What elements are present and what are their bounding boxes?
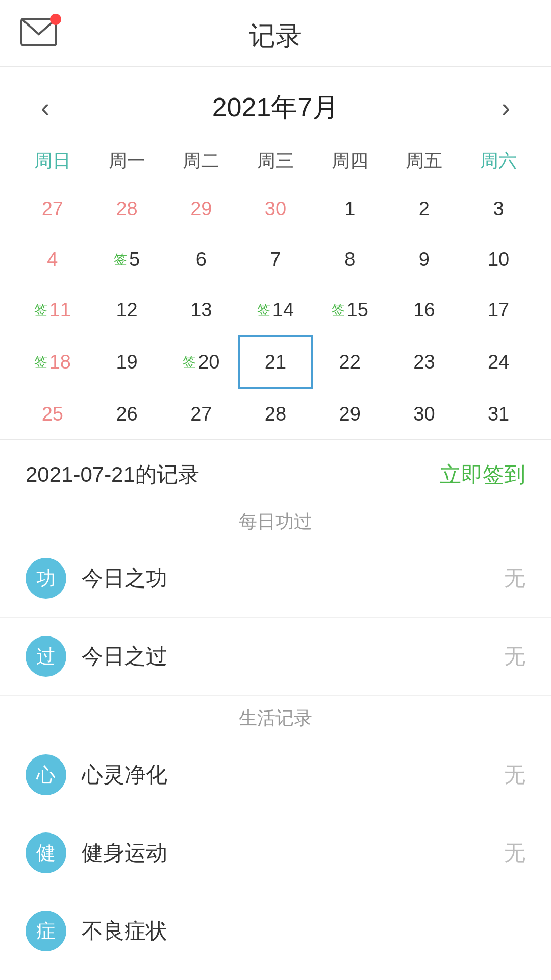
cal-cell-26[interactable]: 26 bbox=[90, 389, 164, 439]
day-header-fri: 周五 bbox=[387, 143, 462, 179]
record-item[interactable]: 功 今日之功 无 bbox=[0, 540, 551, 618]
life-section-label: 生活记录 bbox=[0, 696, 551, 736]
day-header-sat: 周六 bbox=[461, 143, 536, 179]
calendar-grid: 272829301234签5678910签111213签14签151617签18… bbox=[15, 184, 536, 439]
record-value: 无 bbox=[504, 564, 525, 593]
cal-cell-18[interactable]: 签18 bbox=[15, 335, 90, 389]
record-icon: 功 bbox=[26, 558, 66, 599]
cal-cell-1[interactable]: 1 bbox=[313, 184, 387, 234]
cal-cell-4[interactable]: 4 bbox=[15, 234, 90, 285]
cal-cell-25[interactable]: 25 bbox=[15, 389, 90, 439]
record-item[interactable]: 症 不良症状 bbox=[0, 892, 551, 970]
cal-cell-30[interactable]: 30 bbox=[387, 389, 462, 439]
day-header-wed: 周三 bbox=[238, 143, 313, 179]
cal-cell-28-other[interactable]: 28 bbox=[90, 184, 164, 234]
day-header-thu: 周四 bbox=[313, 143, 387, 179]
cal-cell-10[interactable]: 10 bbox=[461, 234, 536, 285]
record-section: 2021-07-21的记录 立即签到 每日功过 功 今日之功 无 过 今日之过 … bbox=[0, 440, 551, 970]
cal-cell-22[interactable]: 22 bbox=[313, 335, 387, 389]
record-name: 心灵净化 bbox=[82, 761, 504, 789]
cal-cell-2[interactable]: 2 bbox=[387, 184, 462, 234]
mail-icon-wrapper[interactable] bbox=[20, 18, 57, 48]
cal-cell-24[interactable]: 24 bbox=[461, 335, 536, 389]
cal-cell-7[interactable]: 7 bbox=[238, 234, 313, 285]
cal-cell-5[interactable]: 签5 bbox=[90, 234, 164, 285]
cal-cell-21[interactable]: 21 bbox=[238, 335, 313, 389]
prev-month-button[interactable]: ‹ bbox=[31, 87, 60, 128]
mail-badge bbox=[50, 14, 61, 25]
next-month-button[interactable]: › bbox=[491, 87, 520, 128]
cal-cell-29-other[interactable]: 29 bbox=[164, 184, 238, 234]
cal-cell-29[interactable]: 29 bbox=[313, 389, 387, 439]
record-header: 2021-07-21的记录 立即签到 bbox=[0, 440, 551, 499]
cal-cell-11[interactable]: 签11 bbox=[15, 285, 90, 335]
cal-cell-31[interactable]: 31 bbox=[461, 389, 536, 439]
record-name: 今日之过 bbox=[82, 642, 504, 671]
record-name: 不良症状 bbox=[82, 917, 525, 945]
day-header-mon: 周一 bbox=[90, 143, 164, 179]
record-value: 无 bbox=[504, 761, 525, 789]
cal-cell-23[interactable]: 23 bbox=[387, 335, 462, 389]
sign-now-button[interactable]: 立即签到 bbox=[440, 460, 525, 489]
cal-cell-8[interactable]: 8 bbox=[313, 234, 387, 285]
cal-cell-17[interactable]: 17 bbox=[461, 285, 536, 335]
cal-cell-15[interactable]: 签15 bbox=[313, 285, 387, 335]
record-item[interactable]: 健 健身运动 无 bbox=[0, 814, 551, 892]
cal-cell-16[interactable]: 16 bbox=[387, 285, 462, 335]
cal-cell-14[interactable]: 签14 bbox=[238, 285, 313, 335]
page-title: 记录 bbox=[249, 18, 302, 54]
record-item[interactable]: 过 今日之过 无 bbox=[0, 618, 551, 696]
cal-cell-19[interactable]: 19 bbox=[90, 335, 164, 389]
cal-cell-6[interactable]: 6 bbox=[164, 234, 238, 285]
month-nav: ‹ 2021年7月 › bbox=[15, 67, 536, 138]
cal-cell-3[interactable]: 3 bbox=[461, 184, 536, 234]
cal-cell-28[interactable]: 28 bbox=[238, 389, 313, 439]
record-icon: 心 bbox=[26, 754, 66, 795]
record-icon: 症 bbox=[26, 911, 66, 951]
record-value: 无 bbox=[504, 642, 525, 671]
record-name: 健身运动 bbox=[82, 839, 504, 867]
month-title: 2021年7月 bbox=[212, 90, 339, 126]
day-headers: 周日 周一 周二 周三 周四 周五 周六 bbox=[15, 143, 536, 179]
cal-cell-27-other[interactable]: 27 bbox=[15, 184, 90, 234]
life-items: 心 心灵净化 无 健 健身运动 无 症 不良症状 bbox=[0, 736, 551, 970]
record-date: 2021-07-21的记录 bbox=[26, 460, 199, 489]
cal-cell-20[interactable]: 签20 bbox=[164, 335, 238, 389]
cal-cell-27[interactable]: 27 bbox=[164, 389, 238, 439]
daily-items: 功 今日之功 无 过 今日之过 无 bbox=[0, 540, 551, 696]
daily-section-label: 每日功过 bbox=[0, 499, 551, 540]
cal-cell-12[interactable]: 12 bbox=[90, 285, 164, 335]
record-value: 无 bbox=[504, 839, 525, 867]
day-header-sun: 周日 bbox=[15, 143, 90, 179]
calendar-section: ‹ 2021年7月 › 周日 周一 周二 周三 周四 周五 周六 2728293… bbox=[0, 67, 551, 439]
day-header-tue: 周二 bbox=[164, 143, 238, 179]
record-item[interactable]: 心 心灵净化 无 bbox=[0, 736, 551, 814]
cal-cell-13[interactable]: 13 bbox=[164, 285, 238, 335]
record-name: 今日之功 bbox=[82, 564, 504, 593]
cal-cell-9[interactable]: 9 bbox=[387, 234, 462, 285]
record-icon: 过 bbox=[26, 636, 66, 677]
app-header: 记录 bbox=[0, 0, 551, 67]
cal-cell-30-other[interactable]: 30 bbox=[238, 184, 313, 234]
record-icon: 健 bbox=[26, 832, 66, 873]
